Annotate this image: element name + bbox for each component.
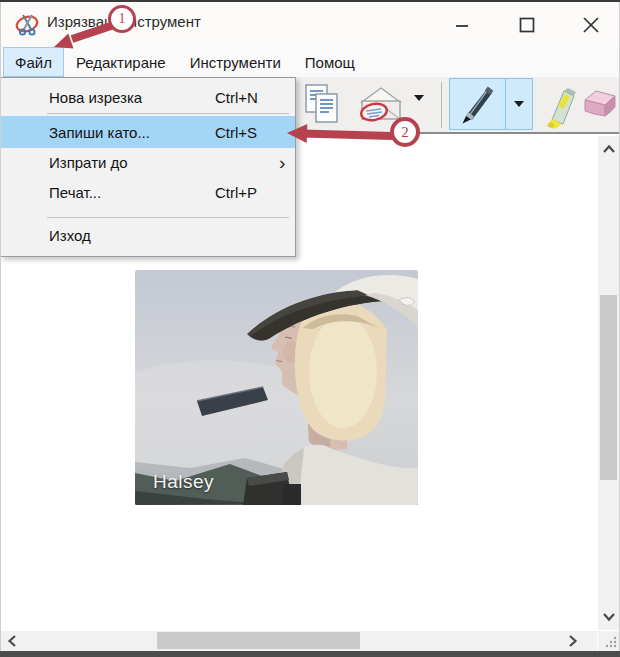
menubar-item-edit[interactable]: Редактиране — [64, 47, 178, 77]
vertical-scrollbar[interactable] — [598, 136, 619, 630]
menu-separator — [47, 217, 289, 218]
menubar-item-label: Помощ — [305, 54, 355, 71]
toolbar-separator — [441, 82, 442, 128]
image-caption: Halsey — [153, 471, 214, 493]
menu-item-exit[interactable]: Изход — [1, 221, 295, 249]
menu-item-new-snip[interactable]: Нова изрезка Ctrl+N — [1, 83, 295, 111]
submenu-arrow-icon: › — [279, 150, 285, 176]
pen-tool-button[interactable] — [449, 78, 533, 130]
scroll-up-icon[interactable] — [598, 140, 619, 158]
email-icon[interactable] — [357, 85, 405, 129]
window-title: Изрязващ инструмент — [47, 13, 201, 30]
horizontal-scrollbar[interactable] — [0, 631, 597, 651]
menu-item-shortcut: Ctrl+P — [215, 184, 257, 201]
window-bottom-border — [0, 651, 620, 657]
copy-icon[interactable] — [303, 83, 341, 129]
title-bar: Изрязващ инструмент — [1, 2, 619, 45]
scroll-left-icon[interactable] — [3, 631, 21, 651]
menu-item-label: Запиши като... — [49, 124, 150, 141]
menu-bar: Файл Редактиране Инструменти Помощ — [1, 45, 619, 77]
eraser-icon[interactable] — [579, 87, 619, 127]
menu-item-label: Изход — [49, 227, 91, 244]
halsey-photo — [135, 270, 418, 505]
menubar-item-label: Файл — [15, 54, 52, 71]
menubar-item-label: Редактиране — [76, 54, 166, 71]
menu-item-print[interactable]: Печат... Ctrl+P — [1, 177, 295, 207]
horizontal-scrollbar-thumb[interactable] — [157, 632, 360, 649]
snipped-image: Halsey — [135, 270, 418, 505]
vertical-scrollbar-thumb[interactable] — [600, 295, 617, 480]
menu-item-save-as[interactable]: Запиши като... Ctrl+S — [1, 116, 295, 148]
close-button[interactable] — [568, 4, 614, 45]
menu-item-label: Нова изрезка — [49, 89, 142, 106]
scroll-right-icon[interactable] — [564, 631, 582, 651]
resize-grip[interactable] — [598, 631, 620, 651]
maximize-button[interactable] — [504, 4, 550, 45]
pen-dropdown-caret-icon[interactable] — [506, 79, 532, 129]
menu-item-send-to[interactable]: Изпрати до › — [1, 148, 295, 177]
menu-item-label: Печат... — [49, 184, 101, 201]
pen-icon[interactable] — [450, 79, 506, 129]
highlighter-icon[interactable] — [542, 82, 580, 134]
menu-item-shortcut: Ctrl+S — [215, 124, 257, 141]
menubar-item-tools[interactable]: Инструменти — [178, 47, 293, 77]
window-left-border — [0, 2, 1, 652]
window-top-border — [0, 0, 620, 2]
snipping-tool-icon — [14, 10, 41, 37]
menu-separator — [47, 113, 289, 114]
menubar-item-help[interactable]: Помощ — [293, 47, 367, 77]
menu-item-label: Изпрати до — [49, 154, 128, 171]
menubar-item-file[interactable]: Файл — [3, 47, 64, 77]
menu-item-shortcut: Ctrl+N — [215, 89, 258, 106]
email-dropdown-caret-icon[interactable] — [414, 101, 424, 119]
file-menu: Нова изрезка Ctrl+N Запиши като... Ctrl+… — [0, 77, 296, 257]
menubar-item-label: Инструменти — [190, 54, 281, 71]
minimize-button[interactable] — [439, 4, 485, 45]
scroll-down-icon[interactable] — [598, 608, 619, 626]
